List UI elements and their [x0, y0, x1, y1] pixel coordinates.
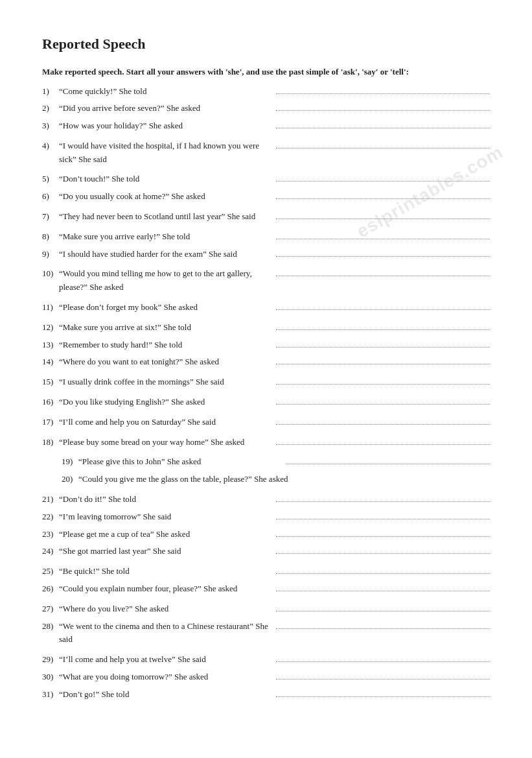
- list-item: 15)“I usually drink coffee in the mornin…: [42, 375, 490, 389]
- answer-line[interactable]: [276, 545, 491, 554]
- item-text: “I should have studied harder for the ex…: [59, 248, 273, 261]
- list-item: 25)“Be quick!” She told: [42, 565, 490, 578]
- item-number: 9): [42, 248, 59, 261]
- list-item: 1)“Come quickly!” She told: [42, 85, 490, 99]
- list-item: 11)“Please don’t forget my book” She ask…: [42, 301, 490, 314]
- answer-line[interactable]: [276, 173, 491, 182]
- item-text: “Come quickly!” She told: [59, 85, 273, 99]
- answer-line[interactable]: [276, 603, 491, 611]
- list-item: 7)“They had never been to Scotland until…: [42, 210, 490, 224]
- list-item: 5)“Don’t touch!” She told: [42, 172, 490, 186]
- answer-line[interactable]: [276, 689, 491, 697]
- item-number: 13): [42, 338, 59, 352]
- answer-line[interactable]: [276, 268, 491, 276]
- item-text: “I’ll come and help you at twelve” She s…: [59, 653, 273, 667]
- item-text: “Make sure you arrive early!” She told: [59, 230, 273, 244]
- item-text: “Could you explain number four, please?”…: [59, 582, 273, 596]
- answer-line[interactable]: [276, 493, 491, 502]
- item-number: 2): [42, 102, 59, 115]
- answer-line[interactable]: [276, 86, 491, 94]
- list-item: 20)“Could you give me the glass on the t…: [42, 473, 490, 486]
- item-text: “Would you mind telling me how to get to…: [59, 267, 273, 294]
- list-item: 26)“Could you explain number four, pleas…: [42, 582, 490, 596]
- item-text: “I usually drink coffee in the mornings”…: [59, 375, 273, 389]
- answer-line[interactable]: [276, 528, 491, 537]
- item-text: “Don’t do it!” She told: [59, 493, 273, 506]
- answer-line[interactable]: [276, 654, 491, 662]
- answer-line[interactable]: [276, 339, 491, 348]
- item-number: 18): [42, 436, 59, 449]
- item-number: 26): [42, 582, 59, 596]
- item-text: “Make sure you arrive at six!” She told: [59, 321, 273, 335]
- item-text: “Please get me a cup of tea” She asked: [59, 528, 273, 541]
- list-item: 27)“Where do you live?” She asked: [42, 602, 490, 616]
- item-text: “They had never been to Scotland until l…: [59, 210, 273, 224]
- list-item: 9)“I should have studied harder for the …: [42, 248, 490, 261]
- item-number: 10): [42, 267, 59, 281]
- item-number: 5): [42, 172, 59, 186]
- item-number: 7): [42, 210, 59, 224]
- item-text: “Don’t go!” She told: [59, 688, 273, 702]
- answer-line[interactable]: [276, 565, 491, 574]
- list-item: 13)“Remember to study hard!” She told: [42, 338, 490, 352]
- instructions: Make reported speech. Start all your ans…: [42, 65, 490, 78]
- answer-line[interactable]: [276, 511, 491, 519]
- item-text: “Please don’t forget my book” She asked: [59, 301, 273, 314]
- item-text: “How was your holiday?” She asked: [59, 119, 273, 133]
- list-item: 21)“Don’t do it!” She told: [42, 493, 490, 506]
- answer-line[interactable]: [276, 621, 491, 629]
- answer-line[interactable]: [276, 302, 491, 310]
- list-item: 6)“Do you usually cook at home?” She ask…: [42, 190, 490, 204]
- answer-line[interactable]: [276, 191, 491, 199]
- item-number: 31): [42, 688, 59, 702]
- item-text: “I’m leaving tomorrow” She said: [59, 510, 273, 524]
- answer-line[interactable]: [276, 671, 491, 680]
- item-number: 17): [42, 416, 59, 429]
- item-text: “Where do you want to eat tonight?” She …: [59, 355, 273, 369]
- answer-line[interactable]: [276, 211, 491, 219]
- list-item: 17)“I’ll come and help you on Saturday” …: [42, 416, 490, 429]
- list-item: 14)“Where do you want to eat tonight?” S…: [42, 355, 490, 369]
- answer-line[interactable]: [276, 248, 491, 257]
- item-number: 22): [42, 510, 59, 524]
- item-text: “Remember to study hard!” She told: [59, 338, 273, 352]
- answer-line[interactable]: [276, 231, 491, 239]
- answer-line[interactable]: [276, 322, 491, 330]
- item-number: 29): [42, 653, 59, 667]
- answer-line[interactable]: [276, 376, 491, 385]
- item-number: 16): [42, 396, 59, 409]
- item-number: 15): [42, 375, 59, 389]
- list-item: 28)“We went to the cinema and then to a …: [42, 620, 490, 647]
- answer-line[interactable]: [276, 356, 491, 364]
- list-item: 29)“I’ll come and help you at twelve” Sh…: [42, 653, 490, 667]
- list-item: 8)“Make sure you arrive early!” She told: [42, 230, 490, 244]
- item-text: “Be quick!” She told: [59, 565, 273, 578]
- list-item: 23)“Please get me a cup of tea” She aske…: [42, 528, 490, 541]
- item-number: 12): [42, 321, 59, 335]
- list-item: 12)“Make sure you arrive at six!” She to…: [42, 321, 490, 335]
- answer-line[interactable]: [276, 396, 491, 405]
- item-number: 23): [42, 528, 59, 541]
- item-number: 14): [42, 355, 59, 369]
- answer-line[interactable]: [276, 436, 491, 445]
- list-item: 30)“What are you doing tomorrow?” She as…: [42, 670, 490, 684]
- answer-line[interactable]: [276, 120, 491, 128]
- item-text: “Do you usually cook at home?” She asked: [59, 190, 273, 204]
- answer-line[interactable]: [276, 583, 491, 591]
- page-title: Reported Speech: [42, 36, 490, 53]
- list-item: 10)“Would you mind telling me how to get…: [42, 267, 490, 294]
- answer-line[interactable]: [286, 456, 491, 464]
- item-text: “Please buy some bread on your way home”…: [59, 436, 273, 449]
- item-number: 24): [42, 545, 59, 558]
- item-text: “Could you give me the glass on the tabl…: [78, 473, 490, 486]
- answer-line[interactable]: [276, 416, 491, 425]
- answer-line[interactable]: [276, 140, 491, 148]
- item-text: “Where do you live?” She asked: [59, 602, 273, 616]
- item-number: 19): [62, 455, 78, 469]
- answer-line[interactable]: [276, 102, 491, 111]
- item-number: 20): [62, 473, 78, 486]
- list-item: 2)“Did you arrive before seven?” She ask…: [42, 102, 490, 115]
- item-number: 25): [42, 565, 59, 578]
- item-number: 3): [42, 119, 59, 133]
- list-item: 3)“How was your holiday?” She asked: [42, 119, 490, 133]
